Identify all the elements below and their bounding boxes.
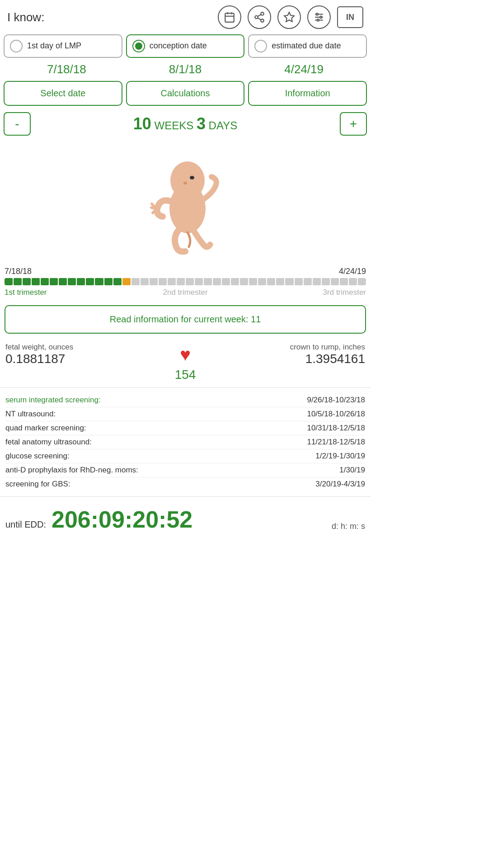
svg-point-4 (261, 12, 264, 15)
screening-name: serum integrated screening: (5, 396, 101, 405)
screening-date: 10/5/18-10/26/18 (307, 410, 365, 419)
conception-date-value: 8/1/18 (126, 62, 245, 76)
trimester-3-label: 3rd trimester (245, 288, 366, 297)
countdown-units: d: h: m: s (332, 522, 365, 533)
date-values: 7/18/18 8/1/18 4/24/19 (0, 60, 371, 81)
fetal-weight-label: fetal weight, ounces (5, 343, 170, 352)
conception-radio-inner (135, 42, 142, 50)
due-radio[interactable] (254, 40, 267, 52)
week-counter: - 10 WEEKS 3 DAYS + (0, 109, 371, 138)
in-button[interactable]: IN (337, 6, 363, 28)
svg-line-8 (258, 14, 261, 16)
days-number: 3 (197, 114, 206, 133)
share-icon[interactable] (248, 5, 271, 29)
week-display: 10 WEEKS 3 DAYS (34, 114, 336, 133)
fetal-image-area (0, 138, 371, 265)
svg-point-14 (320, 16, 322, 18)
screening-row: anti-D prophylaxis for RhD-neg. moms:1/3… (5, 463, 365, 477)
svg-marker-9 (284, 12, 294, 22)
svg-point-6 (261, 19, 264, 22)
screening-name: fetal anatomy ultrasound: (5, 438, 92, 447)
heart-icon: ♥ (180, 344, 191, 365)
fetal-weight-value: 0.1881187 (5, 352, 170, 366)
toolbar-icons: IN (218, 5, 363, 29)
screening-name: anti-D prophylaxis for RhD-neg. moms: (5, 466, 138, 475)
svg-point-13 (316, 13, 318, 15)
countdown-value: 206:09:20:52 (52, 506, 192, 533)
screening-date: 9/26/18-10/23/18 (307, 396, 365, 405)
heart-rate-value: 154 (175, 368, 196, 382)
screening-date: 1/30/19 (339, 466, 365, 475)
conception-option[interactable]: conception date (126, 34, 245, 58)
screening-date: 3/20/19-4/3/19 (315, 480, 365, 489)
due-date-option[interactable]: estimated due date (248, 34, 367, 58)
timeline-dates: 7/18/18 4/24/19 (5, 267, 366, 276)
screening-row: serum integrated screening:9/26/18-10/23… (5, 393, 365, 407)
screening-row: fetal anatomy ultrasound:11/21/18-12/5/1… (5, 435, 365, 449)
screening-row: quad marker screening:10/31/18-12/5/18 (5, 421, 365, 435)
week-minus-button[interactable]: - (4, 112, 31, 136)
svg-rect-0 (225, 13, 234, 22)
read-info-button[interactable]: Read information for current week: 11 (5, 305, 366, 334)
date-selectors: 1st day of LMP conception date estimated… (0, 34, 371, 58)
due-date-label: estimated due date (272, 41, 341, 51)
calendar-icon[interactable] (218, 5, 241, 29)
svg-point-18 (190, 176, 194, 179)
svg-point-20 (183, 182, 187, 184)
weeks-number: 10 (133, 114, 151, 133)
lmp-label: 1st day of LMP (27, 41, 81, 51)
screening-name: quad marker screening: (5, 424, 86, 433)
countdown-label: until EDD: (5, 519, 46, 530)
weeks-label: WEEKS (151, 119, 197, 132)
trimester-1-label: 1st trimester (5, 288, 125, 297)
fetal-weight-section: fetal weight, ounces 0.1881187 (5, 343, 170, 366)
screening-name: glucose screening: (5, 452, 70, 461)
screening-name: NT ultrasound: (5, 410, 56, 419)
svg-point-5 (255, 16, 258, 19)
star-icon[interactable] (277, 5, 301, 29)
screening-row: screening for GBS:3/20/19-4/3/19 (5, 477, 365, 491)
settings-icon[interactable] (307, 5, 331, 29)
crown-rump-label: crown to rump, inches (200, 343, 365, 352)
svg-line-7 (258, 18, 261, 20)
svg-point-19 (176, 169, 187, 178)
measurements: fetal weight, ounces 0.1881187 ♥ 154 cro… (0, 339, 371, 386)
screening-date: 10/31/18-12/5/18 (307, 424, 365, 433)
countdown-section: until EDD: 206:09:20:52 d: h: m: s (0, 499, 371, 537)
week-plus-button[interactable]: + (340, 112, 367, 136)
timeline-end-date: 4/24/19 (339, 267, 366, 276)
heart-rate-section: ♥ 154 (175, 343, 196, 382)
divider-2 (0, 496, 371, 497)
conception-radio[interactable] (132, 40, 145, 52)
crown-rump-section: crown to rump, inches 1.3954161 (200, 343, 365, 366)
information-button[interactable]: Information (248, 81, 367, 106)
calculations-button[interactable]: Calculations (126, 81, 245, 106)
screening-date: 11/21/18-12/5/18 (307, 438, 365, 447)
screening-table: serum integrated screening:9/26/18-10/23… (0, 390, 371, 495)
select-date-button[interactable]: Select date (4, 81, 122, 106)
screening-row: NT ultrasound:10/5/18-10/26/18 (5, 407, 365, 421)
action-buttons: Select date Calculations Information (0, 81, 371, 106)
lmp-option[interactable]: 1st day of LMP (4, 34, 122, 58)
timeline-labels: 1st trimester 2nd trimester 3rd trimeste… (5, 288, 366, 297)
days-label: DAYS (206, 119, 237, 132)
lmp-date-value: 7/18/18 (7, 62, 126, 76)
timeline-start-date: 7/18/18 (5, 267, 32, 276)
screening-row: glucose screening:1/2/19-1/30/19 (5, 449, 365, 463)
due-date-value: 4/24/19 (244, 62, 363, 76)
lmp-radio[interactable] (10, 40, 23, 52)
screening-date: 1/2/19-1/30/19 (315, 452, 365, 461)
divider-1 (0, 387, 371, 388)
conception-label: conception date (150, 41, 207, 51)
timeline-section: 7/18/18 4/24/19 1st trimester 2nd trimes… (0, 265, 371, 300)
svg-point-17 (170, 161, 205, 199)
fetal-illustration (140, 150, 230, 258)
svg-point-15 (317, 19, 319, 21)
screening-name: screening for GBS: (5, 480, 70, 489)
trimester-2-label: 2nd trimester (125, 288, 246, 297)
crown-rump-value: 1.3954161 (200, 352, 365, 366)
toolbar-label: I know: (7, 10, 44, 24)
toolbar: I know: IN (0, 0, 371, 34)
timeline-bar (5, 278, 366, 285)
